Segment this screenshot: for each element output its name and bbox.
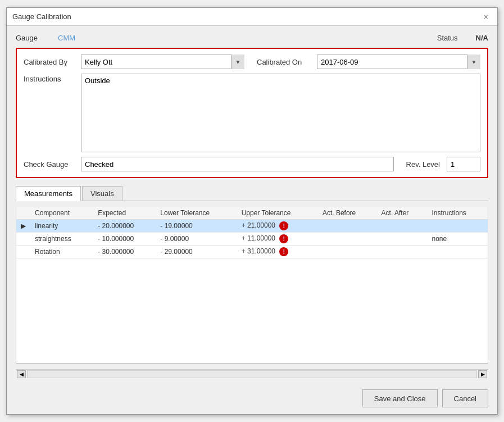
table-row[interactable]: Rotation- 30.000000- 29.00000+ 31.00000 …: [16, 246, 488, 258]
row-arrow-cell: [16, 246, 30, 258]
scroll-right-button[interactable]: ▶: [478, 370, 487, 378]
tab-measurements[interactable]: Measurements: [16, 186, 81, 201]
window-title: Gauge Calibration: [12, 12, 71, 21]
check-gauge-row: Check Gauge Rev. Level: [24, 157, 480, 171]
main-content: Gauge CMM Status N/A Calibrated By Kelly…: [7, 26, 497, 384]
horizontal-scrollbar: ◀ ▶: [16, 369, 488, 378]
cell-lower-tolerance: - 29.00000: [156, 246, 237, 258]
cell-instructions: [427, 220, 488, 233]
cell-instructions: [427, 246, 488, 258]
cell-act-before: [318, 233, 377, 246]
gauge-calibration-window: Gauge Calibration × Gauge CMM Status N/A…: [6, 7, 498, 415]
check-gauge-label: Check Gauge: [24, 160, 74, 169]
cell-act-after: [377, 233, 428, 246]
gauge-status-row: Gauge CMM Status N/A: [16, 34, 488, 42]
scroll-left-button[interactable]: ◀: [17, 370, 26, 378]
scroll-track[interactable]: [27, 370, 477, 378]
save-close-button[interactable]: Save and Close: [362, 389, 438, 407]
cell-lower-tolerance: - 9.00000: [156, 233, 237, 246]
col-arrow: [16, 207, 30, 220]
calibrated-on-label: Calibrated On: [257, 58, 310, 66]
status-label: Status: [437, 34, 458, 42]
calibrated-by-row: Calibrated By Kelly Ott ▼ Calibrated On …: [24, 55, 480, 69]
error-icon: !: [279, 221, 288, 230]
table-row[interactable]: ▶linearity- 20.000000- 19.00000+ 21.0000…: [16, 220, 488, 233]
close-button[interactable]: ×: [480, 12, 492, 22]
status-value: N/A: [476, 34, 488, 42]
instructions-textarea[interactable]: Outside: [81, 74, 480, 152]
rev-level-label: Rev. Level: [401, 160, 440, 169]
cell-act-after: [377, 246, 428, 258]
cell-lower-tolerance: - 19.00000: [156, 220, 237, 233]
cell-instructions: none: [427, 233, 488, 246]
cell-upper-tolerance: + 31.00000 !: [237, 246, 318, 258]
cell-upper-tolerance: + 21.00000 !: [237, 220, 318, 233]
table-header-row: Component Expected Lower Tolerance Upper…: [16, 207, 488, 220]
calibrated-by-select[interactable]: Kelly Ott: [81, 55, 244, 69]
tabs-bar: Measurements Visuals: [16, 186, 488, 201]
measurements-table-area: Component Expected Lower Tolerance Upper…: [16, 207, 488, 364]
footer: Save and Close Cancel: [7, 384, 497, 414]
cell-expected: - 10.000000: [93, 233, 156, 246]
cell-component: Rotation: [30, 246, 93, 258]
gauge-label: Gauge: [16, 34, 47, 42]
error-icon: !: [279, 234, 288, 243]
instructions-label: Instructions: [24, 74, 74, 83]
col-instructions: Instructions: [427, 207, 488, 220]
cell-expected: - 20.000000: [93, 220, 156, 233]
table-row[interactable]: straightness- 10.000000- 9.00000+ 11.000…: [16, 233, 488, 246]
row-arrow-cell: [16, 233, 30, 246]
calibrated-by-label: Calibrated By: [24, 58, 74, 66]
col-act-before: Act. Before: [318, 207, 377, 220]
cell-act-after: [377, 220, 428, 233]
row-arrow-cell: ▶: [16, 220, 30, 233]
col-lower-tolerance: Lower Tolerance: [156, 207, 237, 220]
error-icon: !: [279, 247, 288, 256]
calibrated-on-select-wrap[interactable]: 2017-06-09 ▼: [317, 55, 480, 69]
cancel-button[interactable]: Cancel: [442, 389, 488, 407]
title-bar: Gauge Calibration ×: [7, 8, 497, 26]
cell-act-before: [318, 246, 377, 258]
check-gauge-input[interactable]: [81, 157, 394, 171]
col-upper-tolerance: Upper Tolerance: [237, 207, 318, 220]
cell-component: linearity: [30, 220, 93, 233]
rev-level-input[interactable]: [447, 157, 480, 171]
measurements-table: Component Expected Lower Tolerance Upper…: [16, 207, 488, 258]
calibration-form: Calibrated By Kelly Ott ▼ Calibrated On …: [16, 48, 488, 178]
cell-upper-tolerance: + 11.00000 !: [237, 233, 318, 246]
instructions-row: Instructions Outside: [24, 74, 480, 152]
col-act-after: Act. After: [377, 207, 428, 220]
gauge-value: CMM: [58, 34, 75, 42]
calibrated-on-select[interactable]: 2017-06-09: [317, 55, 480, 69]
cell-component: straightness: [30, 233, 93, 246]
col-expected: Expected: [93, 207, 156, 220]
calibrated-by-select-wrap[interactable]: Kelly Ott ▼: [81, 55, 244, 69]
cell-act-before: [318, 220, 377, 233]
col-component: Component: [30, 207, 93, 220]
tab-visuals[interactable]: Visuals: [82, 186, 122, 201]
cell-expected: - 30.000000: [93, 246, 156, 258]
